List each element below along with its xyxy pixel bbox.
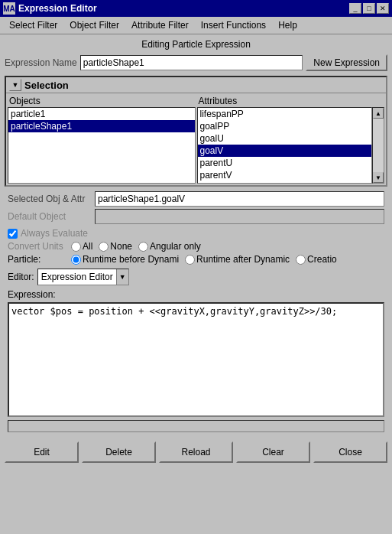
list-item[interactable]: particleShape1 (8, 120, 195, 132)
convert-units-angular-option[interactable]: Angular only (138, 241, 201, 252)
menu-select-filter[interactable]: Select Filter (3, 18, 63, 32)
particle-creation-radio[interactable] (296, 255, 306, 265)
delete-button[interactable]: Delete (82, 441, 156, 463)
selected-obj-attr-label: Selected Obj & Attr (8, 194, 92, 204)
title-bar: MA Expression Editor _ □ ✕ (0, 0, 392, 17)
list-item[interactable]: goalU (198, 132, 372, 145)
always-evaluate-row: Always Evaluate (5, 228, 387, 239)
selection-header: ▼ Selection (6, 77, 386, 93)
expression-name-row: Expression Name New Expression (5, 54, 387, 71)
expression-text: vector $pos = position + <<gravityX,grav… (11, 306, 337, 317)
app-icon: MA (3, 2, 15, 15)
objects-section: Objects particle1 particleShape1 (8, 95, 196, 184)
always-evaluate-checkbox[interactable] (8, 229, 18, 239)
editor-select[interactable]: Expression Editor ▼ (37, 269, 129, 285)
edit-button[interactable]: Edit (5, 441, 79, 463)
scroll-track[interactable] (373, 119, 384, 172)
close-button[interactable]: ✕ (377, 3, 389, 14)
convert-units-none-label: None (110, 241, 132, 252)
menu-attribute-filter[interactable]: Attribute Filter (125, 18, 195, 32)
main-content: Editing Particle Expression Expression N… (0, 34, 392, 438)
convert-units-label: Convert Units (8, 241, 65, 252)
bottom-buttons: Edit Delete Reload Clear Close (0, 438, 392, 466)
selected-obj-attr-row: Selected Obj & Attr (8, 191, 384, 207)
selection-dropdown-arrow[interactable]: ▼ (9, 79, 21, 91)
particle-label: Particle: (8, 254, 65, 265)
particle-creation-option[interactable]: Creatio (296, 254, 337, 265)
particle-runtime-after-option[interactable]: Runtime after Dynamic (185, 254, 290, 265)
window-controls: _ □ ✕ (349, 3, 389, 14)
list-item[interactable]: parentU (198, 157, 372, 169)
expression-name-label: Expression Name (5, 57, 77, 68)
progress-bar (8, 420, 384, 432)
minimize-button[interactable]: _ (349, 3, 361, 14)
particle-row: Particle: Runtime before Dynami Runtime … (5, 254, 387, 265)
editor-select-arrow-icon[interactable]: ▼ (116, 269, 128, 285)
close-button[interactable]: Close (313, 441, 387, 463)
particle-runtime-after-label: Runtime after Dynamic (196, 254, 290, 265)
reload-button[interactable]: Reload (159, 441, 233, 463)
attributes-scrollbar[interactable]: ▲ ▼ (372, 107, 384, 184)
objects-listbox[interactable]: particle1 particleShape1 (8, 107, 196, 184)
editor-row: Editor: Expression Editor ▼ (5, 267, 387, 287)
default-object-input[interactable] (95, 209, 384, 224)
scroll-down-button[interactable]: ▼ (373, 172, 384, 183)
scroll-up-button[interactable]: ▲ (373, 108, 384, 119)
lists-container: Objects particle1 particleShape1 Attribu… (6, 93, 386, 185)
selection-panel: ▼ Selection Objects particle1 particleSh… (5, 76, 387, 187)
convert-units-angular-radio[interactable] (138, 242, 148, 252)
convert-units-none-option[interactable]: None (99, 241, 132, 252)
menu-help[interactable]: Help (272, 18, 303, 32)
expression-name-input[interactable] (80, 55, 303, 70)
list-item[interactable]: goalPP (198, 120, 372, 132)
list-item[interactable]: lifespanPP (198, 108, 372, 120)
selected-obj-attr-input[interactable] (95, 191, 384, 207)
convert-units-all-label: All (83, 241, 92, 252)
editor-select-text: Expression Editor (38, 271, 116, 283)
particle-runtime-before-option[interactable]: Runtime before Dynami (71, 254, 179, 265)
window-title: Expression Editor (18, 3, 97, 14)
convert-units-all-option[interactable]: All (71, 241, 92, 252)
menu-object-filter[interactable]: Object Filter (63, 18, 125, 32)
editor-label: Editor: (8, 272, 34, 282)
menu-bar: Select Filter Object Filter Attribute Fi… (0, 17, 392, 34)
always-evaluate-label: Always Evaluate (21, 228, 88, 239)
convert-units-row: Convert Units All None Angular only (5, 241, 387, 252)
maximize-button[interactable]: □ (363, 3, 375, 14)
attributes-section: Attributes lifespanPP goalPP goalU goalV… (197, 95, 385, 184)
convert-units-all-radio[interactable] (71, 242, 81, 252)
fields-area: Selected Obj & Attr Default Object (5, 190, 387, 228)
menu-insert-functions[interactable]: Insert Functions (195, 18, 272, 32)
clear-button[interactable]: Clear (236, 441, 310, 463)
default-object-row: Default Object (8, 209, 384, 224)
expression-label: Expression: (5, 288, 387, 301)
selection-title: Selection (24, 80, 69, 91)
particle-runtime-after-radio[interactable] (185, 255, 195, 265)
particle-runtime-before-radio[interactable] (71, 255, 81, 265)
list-item[interactable]: particle1 (8, 108, 195, 120)
attributes-header: Attributes (197, 95, 385, 107)
list-item[interactable]: goalV (198, 145, 372, 157)
list-item[interactable]: parentV (198, 169, 372, 181)
particle-creation-label: Creatio (307, 254, 337, 265)
new-expression-button[interactable]: New Expression (306, 54, 387, 71)
particle-runtime-before-label: Runtime before Dynami (83, 254, 179, 265)
editing-label: Editing Particle Expression (5, 37, 387, 51)
attr-list-container: lifespanPP goalPP goalU goalV parentU pa… (197, 107, 385, 184)
convert-units-angular-label: Angular only (150, 241, 201, 252)
objects-header: Objects (8, 95, 196, 107)
convert-units-none-radio[interactable] (99, 242, 109, 252)
attributes-listbox[interactable]: lifespanPP goalPP goalU goalV parentU pa… (197, 107, 373, 184)
default-object-label: Default Object (8, 211, 92, 222)
expression-textarea[interactable]: vector $pos = position + <<gravityX,grav… (8, 302, 384, 417)
